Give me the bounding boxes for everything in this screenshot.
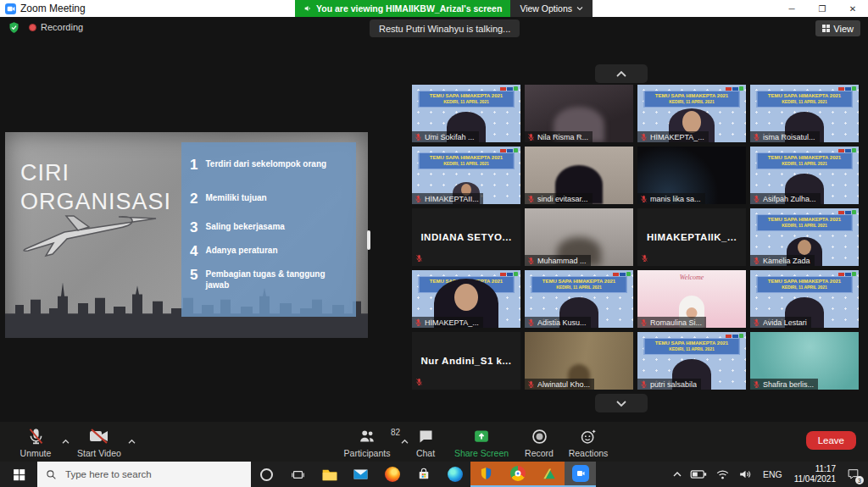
video-options-caret[interactable] [128,433,136,448]
gallery-scroll-up-button[interactable] [595,64,648,83]
chrome-button[interactable] [502,462,533,487]
participant-tile[interactable]: TEMU SAPA HIMAKEPTA 2021KEDIRI, 11 APRIL… [637,85,746,142]
participant-tile[interactable]: TEMU SAPA HIMAKEPTA 2021KEDIRI, 11 APRIL… [750,270,859,328]
participants-caret[interactable] [401,433,409,448]
speaker-icon[interactable] [734,462,757,487]
search-input[interactable] [64,468,225,480]
participant-name-label: Adistia Kusu... [525,317,591,328]
participant-tile[interactable]: TEMU SAPA HIMAKEPTA 2021KEDIRI, 11 APRIL… [412,147,520,204]
zoom-icon [572,465,589,482]
chrome-icon [510,466,526,481]
leave-button[interactable]: Leave [806,431,856,450]
start-video-button[interactable]: Start Video [71,426,127,458]
participant-tile[interactable]: TEMU SAPA HIMAKEPTA 2021KEDIRI, 11 APRIL… [750,208,859,266]
unmute-button[interactable]: Unmute [12,426,59,458]
taskbar-search[interactable] [37,462,251,487]
participant-name: Shafira berlis... [763,380,814,389]
muted-mic-icon [640,133,648,141]
gallery-scroll-down-button[interactable] [595,394,648,412]
resize-handle[interactable] [367,230,370,250]
participant-name-label: Romaulina Si... [637,317,706,328]
participant-name: HIMAKEPTAIIK_... [647,232,737,242]
mic-options-caret[interactable] [62,433,70,448]
firefox-icon [385,467,400,482]
participant-tile[interactable]: Muhammad ... [525,208,633,266]
security-shield-icon[interactable] [8,21,20,37]
battery-icon[interactable] [686,462,711,487]
minimize-button[interactable]: ─ [776,0,807,17]
participant-tile[interactable]: Shafira berlis... [750,332,859,390]
participant-tile[interactable]: WelcomeRomaulina Si... [637,270,746,328]
mail-icon [353,468,369,481]
edge-button[interactable] [439,462,470,487]
close-button[interactable]: ✕ [837,0,868,17]
participant-tile[interactable]: TEMU SAPA HIMAKEPTA 2021KEDIRI, 11 APRIL… [750,85,859,142]
participant-tile[interactable]: manis lika sa... [637,147,746,204]
participant-tile[interactable]: TEMU SAPA HIMAKEPTA 2021KEDIRI, 11 APRIL… [750,147,859,204]
participant-tile[interactable]: HIMAKEPTAIIK_... [637,208,746,266]
muted-mic-icon [527,318,535,327]
muted-mic-icon [753,318,760,327]
zoom-taskbar-button[interactable] [565,462,596,487]
participant-name-label: Muhammad ... [525,255,591,266]
task-view-button[interactable] [282,462,314,487]
participant-name-label: putri salsabila [637,379,701,390]
maximize-button[interactable]: ❐ [807,0,837,17]
reactions-button[interactable]: Reactions [565,426,612,458]
muted-mic-icon [641,254,648,263]
participant-name: Muhammad ... [537,257,587,265]
file-explorer-button[interactable] [314,462,345,487]
participant-name: Asifpah Zulha... [763,195,816,203]
participant-name: INDIANA SETYO... [420,232,511,242]
participant-tile[interactable]: TEMU SAPA HIMAKEPTA 2021KEDIRI, 11 APRIL… [412,85,520,142]
participant-name: manis lika sa... [650,195,701,203]
talking-toast: Restu Putri Winahyu is talking... [370,19,520,37]
participant-tile[interactable]: Alwinatul Kho... [525,332,633,390]
wifi-icon[interactable] [711,462,734,487]
participant-name-label: HIMAKEPTAII... [412,193,483,204]
share-screen-button[interactable]: Share Screen [450,426,513,458]
start-button[interactable] [0,462,37,487]
store-button[interactable] [408,462,439,487]
participant-tile[interactable]: Nur Andini_S1 k... [412,332,520,390]
participants-count-badge: 82 [391,428,400,437]
participant-name-label: Alwinatul Kho... [525,379,594,390]
zoom-meeting-window: Zoom Meeting You are viewing HIMAIIKBW_A… [0,0,868,487]
view-options-button[interactable]: View Options [510,0,593,17]
participant-name-label: HIMAKEPTA_... [412,317,483,328]
chat-button[interactable]: Chat [409,426,442,458]
airplane-sketch [12,205,164,259]
record-button[interactable]: Record [520,426,559,458]
muted-mic-icon [753,380,760,389]
participant-name: Umi Sokifah ... [425,133,475,141]
participant-name: HIMAKEPTAII... [425,195,479,203]
shared-screen-slide: CIRI ORGANISASI 1Terdiri dari sekelompok… [5,132,368,338]
mail-button[interactable] [345,462,376,487]
participant-tile[interactable]: TEMU SAPA HIMAKEPTA 2021KEDIRI, 11 APRIL… [637,332,746,390]
cortana-button[interactable] [251,462,282,487]
firefox-button[interactable] [376,462,408,487]
action-center-button[interactable]: 3 [842,462,868,487]
recording-indicator[interactable]: Recording [29,22,83,32]
muted-mic-icon [753,133,760,141]
language-indicator[interactable]: ENG [757,462,788,487]
defender-button[interactable] [470,462,502,487]
tray-expand-caret[interactable] [669,462,686,487]
gallery-view-button[interactable]: View [815,20,860,36]
event-banner: TEMU SAPA HIMAKEPTA 2021KEDIRI, 11 APRIL… [419,91,515,108]
muted-mic-icon [27,426,45,446]
muted-mic-icon [415,133,422,141]
muted-mic-icon [640,195,648,203]
participant-tile[interactable]: INDIANA SETYO... [412,208,520,266]
participant-tile[interactable]: TEMU SAPA HIMAKEPTA 2021KEDIRI, 11 APRIL… [525,270,633,328]
participants-button[interactable]: 82 Participants [337,426,397,458]
taskbar-clock[interactable]: 11:17 11/04/2021 [788,464,842,485]
participant-tile[interactable]: TEMU SAPA HIMAKEPTA 2021KEDIRI, 11 APRIL… [412,270,520,328]
camera-off-icon [89,426,109,446]
participant-tile[interactable]: Nila Risma R... [525,85,633,142]
drive-button[interactable] [533,462,565,487]
event-banner: TEMU SAPA HIMAKEPTA 2021KEDIRI, 11 APRIL… [757,91,853,108]
muted-mic-icon [415,378,423,386]
participant-name: Nila Risma R... [537,133,588,141]
participant-tile[interactable]: sindi evitasar... [525,147,633,204]
